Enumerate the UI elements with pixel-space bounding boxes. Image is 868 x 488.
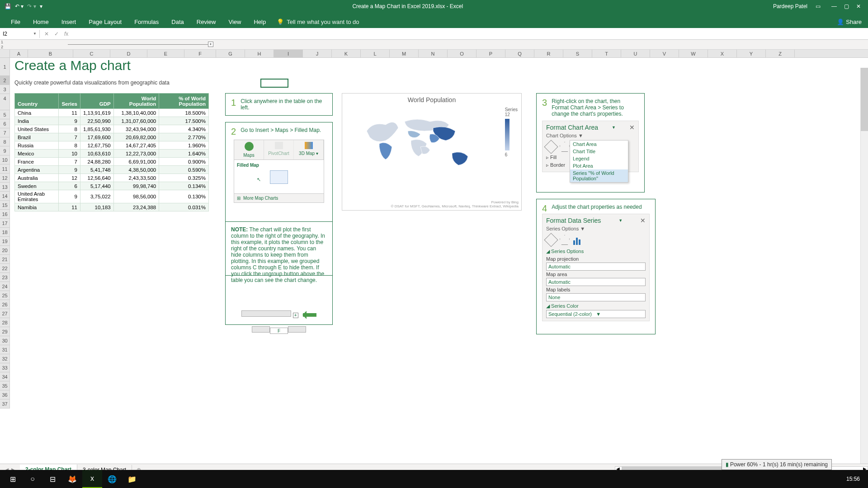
table-row[interactable]: United States81,85,61,93032,43,94,0004.3… [15, 125, 209, 133]
maximize-icon[interactable]: ▢ [844, 3, 849, 9]
col-L[interactable]: L [361, 50, 390, 57]
ribbon-display-icon[interactable]: ▭ [812, 3, 824, 9]
row-10[interactable]: 10 [0, 155, 9, 164]
column-headers[interactable]: A B C D E F G H I J K L M N O P Q R S T … [10, 50, 868, 58]
vertical-scrollbar[interactable] [860, 68, 868, 464]
col-V[interactable]: V [650, 50, 679, 57]
table-cell[interactable]: 1,38,10,40,000 [113, 109, 159, 117]
table-cell[interactable]: 7 [59, 158, 80, 166]
col-I[interactable]: I [274, 50, 303, 57]
series-color-section[interactable]: Series Color [551, 303, 579, 309]
row-4[interactable]: 4 [0, 94, 9, 110]
table-row[interactable]: Russia812,67,75014,67,27,4051.960% [15, 141, 209, 150]
share-button[interactable]: 👤 Share [830, 16, 868, 28]
table-cell[interactable]: 11 [59, 203, 80, 211]
col-S[interactable]: S [563, 50, 592, 57]
table-cell[interactable]: 9 [59, 117, 80, 125]
series-options-section[interactable]: Series Options [551, 249, 584, 254]
map-labels-combo[interactable]: None [546, 293, 646, 301]
row-18[interactable]: 18 [0, 228, 9, 237]
table-cell[interactable]: 0.900% [159, 158, 209, 166]
col-Q[interactable]: Q [505, 50, 534, 57]
table-cell[interactable]: India [15, 117, 59, 125]
col-C[interactable]: C [73, 50, 110, 57]
table-cell[interactable]: 17,69,600 [80, 133, 113, 141]
table-cell[interactable]: Brazil [15, 133, 59, 141]
chrome-icon[interactable]: 🌐 [102, 470, 122, 488]
col-N[interactable]: N [419, 50, 448, 57]
table-row[interactable]: India922,50,9901,31,07,60,00017.500% [15, 117, 209, 125]
row-32[interactable]: 32 [0, 354, 9, 363]
col-B[interactable]: B [28, 50, 73, 57]
menu-chart-title[interactable]: Chart Title [570, 148, 628, 155]
row-22[interactable]: 22 [0, 264, 9, 273]
start-button[interactable]: ⊞ [3, 470, 23, 488]
table-cell[interactable]: 1,31,07,60,000 [113, 117, 159, 125]
table-cell[interactable]: 1.960% [159, 141, 209, 150]
fill-section[interactable]: Fill [550, 155, 557, 160]
col-A[interactable]: A [10, 50, 28, 57]
map-chart[interactable]: World Population Series 12 6 [342, 93, 522, 211]
row-24[interactable]: 24 [0, 282, 9, 291]
row-3[interactable]: 3 [0, 85, 9, 94]
tell-me[interactable]: 💡 Tell me what you want to do [272, 16, 363, 28]
table-cell[interactable]: 8 [59, 141, 80, 150]
table-row[interactable]: Sweden65,17,44099,98,7400.134% [15, 182, 209, 190]
table-row[interactable]: Argentina95,41,7484,38,50,0000.590% [15, 166, 209, 174]
series-effects-icon[interactable] [560, 235, 570, 245]
qat-dropdown-icon[interactable]: ▾ [40, 3, 42, 9]
row-30[interactable]: 30 [0, 336, 9, 345]
col-T[interactable]: T [592, 50, 621, 57]
row-25[interactable]: 25 [0, 291, 9, 300]
close-panel-icon[interactable]: ✕ [629, 124, 635, 131]
table-cell[interactable]: 10,183 [80, 203, 113, 211]
table-cell[interactable]: 0.031% [159, 203, 209, 211]
name-box[interactable]: I2 ▼ [0, 30, 40, 38]
table-cell[interactable]: Namibia [15, 203, 59, 211]
menu-plot-area[interactable]: Plot Area [570, 162, 628, 169]
col-X[interactable]: X [708, 50, 737, 57]
explorer-icon[interactable]: 📁 [122, 470, 142, 488]
col-J[interactable]: J [303, 50, 332, 57]
table-row[interactable]: France724,88,2806,69,91,0000.900% [15, 158, 209, 166]
tab-help[interactable]: Help [247, 16, 272, 28]
row-14[interactable]: 14 [0, 192, 9, 201]
table-row[interactable]: Namibia1110,18323,24,3880.031% [15, 203, 209, 211]
tab-view[interactable]: View [222, 16, 247, 28]
undo-icon[interactable]: ↶ ▾ [15, 3, 24, 9]
border-section[interactable]: Border [550, 162, 565, 168]
tab-data[interactable]: Data [165, 16, 190, 28]
table-cell[interactable]: 24,88,280 [80, 158, 113, 166]
row-2[interactable]: 2 [0, 76, 9, 85]
row-28[interactable]: 28 [0, 318, 9, 327]
row-12[interactable]: 12 [0, 174, 9, 183]
map-area-combo[interactable]: Automatic [546, 278, 646, 286]
row-15[interactable]: 15 [0, 201, 9, 210]
table-cell[interactable]: 0.590% [159, 166, 209, 174]
table-row[interactable]: China111,13,91,6191,38,10,40,00018.500% [15, 109, 209, 117]
series-options-icon[interactable] [573, 235, 580, 245]
menu-legend[interactable]: Legend [570, 155, 628, 162]
tab-page-layout[interactable]: Page Layout [82, 16, 128, 28]
firefox-icon[interactable]: 🦊 [62, 470, 82, 488]
table-cell[interactable]: 0.130% [159, 190, 209, 203]
table-cell[interactable]: 5,41,748 [80, 166, 113, 174]
row-27[interactable]: 27 [0, 309, 9, 318]
row-7[interactable]: 7 [0, 128, 9, 137]
table-cell[interactable]: 98,56,000 [113, 190, 159, 203]
table-cell[interactable]: Russia [15, 141, 59, 150]
col-E[interactable]: E [147, 50, 184, 57]
row-8[interactable]: 8 [0, 137, 9, 146]
row-9[interactable]: 9 [0, 146, 9, 155]
map-projection-combo[interactable]: Automatic [546, 263, 646, 271]
group-expand-icon[interactable]: + [208, 42, 213, 47]
col-Y[interactable]: Y [737, 50, 766, 57]
table-cell[interactable]: 2,43,33,500 [113, 174, 159, 182]
minimize-icon[interactable]: — [831, 3, 837, 9]
table-cell[interactable]: 6 [59, 182, 80, 190]
table-cell[interactable]: 4,38,50,000 [113, 166, 159, 174]
table-cell[interactable]: 10,63,610 [80, 150, 113, 158]
fill-effects-icon[interactable] [544, 140, 558, 154]
table-cell[interactable]: 17.500% [159, 117, 209, 125]
data-table[interactable]: Country Series GDP World Population % of… [14, 93, 209, 211]
